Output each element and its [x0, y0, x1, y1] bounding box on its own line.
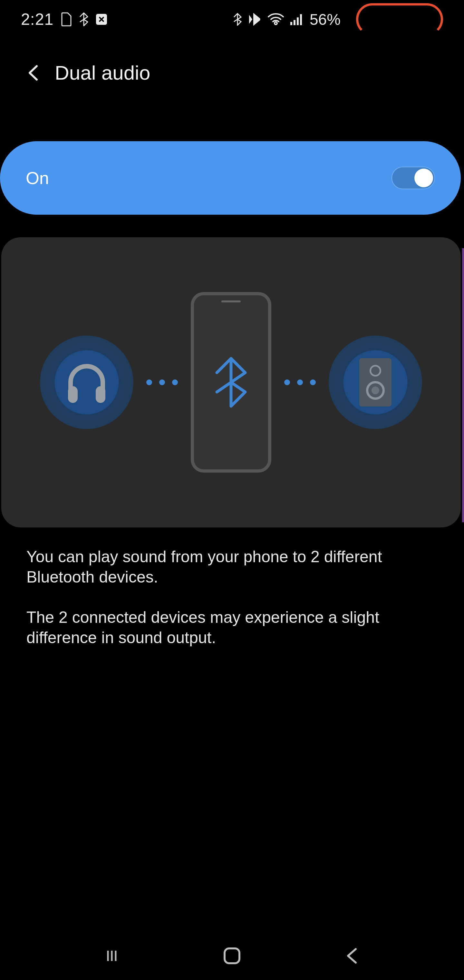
battery-percent: 56%	[310, 11, 341, 29]
vibrate-icon	[248, 13, 262, 26]
close-badge-icon	[95, 13, 108, 25]
master-toggle-row[interactable]: On	[0, 141, 461, 215]
status-right: 56%	[233, 3, 443, 35]
toggle-switch[interactable]	[391, 167, 435, 189]
description-line-1: You can play sound from your phone to 2 …	[26, 547, 438, 587]
svg-rect-5	[300, 14, 302, 25]
svg-rect-4	[297, 18, 299, 25]
nav-recents-button[interactable]	[96, 946, 128, 966]
toggle-knob	[415, 169, 433, 187]
illustration-panel	[1, 237, 461, 527]
battery-ring-icon	[356, 3, 443, 35]
page-title: Dual audio	[55, 61, 150, 84]
connection-dots-left	[146, 379, 178, 385]
dot-icon	[159, 379, 165, 385]
nav-back-button[interactable]	[336, 946, 368, 966]
svg-rect-11	[225, 948, 239, 963]
edge-accent	[462, 248, 464, 522]
connection-dots-right	[284, 379, 316, 385]
svg-rect-6	[68, 386, 78, 403]
description: You can play sound from your phone to 2 …	[26, 547, 438, 648]
clock: 2:21	[21, 10, 54, 29]
status-left: 2:21	[21, 10, 108, 29]
toggle-label: On	[26, 168, 49, 188]
signal-icon	[290, 13, 304, 26]
dot-icon	[172, 379, 178, 385]
phone-icon	[191, 292, 271, 473]
illustration-row	[40, 292, 422, 473]
speaker-icon	[329, 336, 422, 429]
svg-rect-2	[290, 22, 292, 25]
sim-card-icon	[60, 12, 72, 26]
description-line-2: The 2 connected devices may experience a…	[26, 607, 438, 648]
dot-icon	[297, 379, 303, 385]
svg-rect-7	[96, 386, 105, 403]
bluetooth-icon	[213, 356, 249, 408]
speaker-box	[359, 358, 391, 407]
back-button[interactable]	[26, 65, 42, 81]
bluetooth-connected-icon	[233, 13, 242, 26]
navigation-bar	[0, 932, 464, 980]
status-bar: 2:21 56%	[0, 0, 464, 39]
wifi-icon	[268, 13, 284, 26]
dot-icon	[284, 379, 290, 385]
speaker-woofer	[366, 381, 385, 400]
dot-icon	[146, 379, 152, 385]
headphones-icon	[40, 336, 133, 429]
bluetooth-small-icon	[79, 12, 88, 26]
nav-home-button[interactable]	[216, 946, 248, 966]
dot-icon	[310, 379, 316, 385]
app-bar: Dual audio	[0, 61, 464, 84]
svg-rect-3	[294, 20, 296, 25]
speaker-tweeter	[370, 365, 381, 377]
